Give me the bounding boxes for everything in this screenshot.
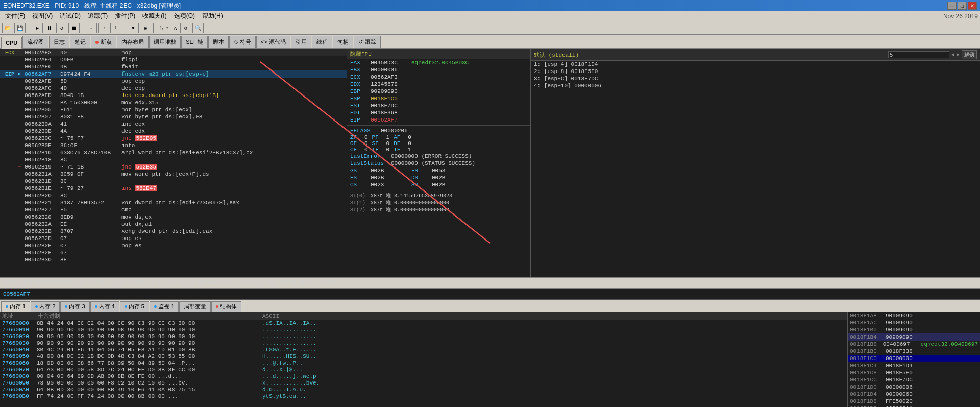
stack-row[interactable]: 0018F1B80040D697eqnedt32.0040D697 [848,341,980,348]
table-row[interactable]: 00562B288ED9mov ds,cx [0,213,347,221]
toolbar-stop[interactable]: ⏹ [68,23,80,33]
table-row[interactable]: 00562B0A41inc ecx [0,121,347,128]
table-row[interactable]: 7766003090 90 90 90 90 90 90 90 90 90 90… [0,340,847,347]
table-row[interactable]: 00562B00BA 15030000mov edx,315 [0,99,347,106]
table-row[interactable]: 00562B1A8C59 0Fmov word ptr ds:[ecx+F],d… [0,171,347,178]
stack-row[interactable]: 0018F1C40018F1D4 [848,362,980,369]
tab-source[interactable]: <> 源代码 [256,36,290,48]
table-row[interactable]: 00562B0E36:CEinto [0,142,347,149]
toolbar-bp[interactable]: ● [128,23,139,33]
table-row[interactable]: 00562B078031 F8xor byte ptr ds:[ecx],F8 [0,113,347,121]
tab-callstack[interactable]: 调用堆栈 [149,36,181,48]
table-row[interactable]: EIP►00562AF7D97424 F4fnstenv m28 ptr ss:… [0,70,347,78]
table-row[interactable]: 00562B213187 78093572xor dword ptr ds:[e… [0,199,347,206]
toolbar-save[interactable]: 💾 [14,23,26,33]
table-row[interactable]: 00562AFC4Ddec ebp [0,85,347,92]
toolbar-step-over[interactable]: → [98,23,109,33]
reg-value[interactable]: 00562AF7 [371,117,411,123]
table-row[interactable]: 00562B10638C76 378C710Barpl word ptr ds:… [0,149,347,156]
table-row[interactable]: 00562B1D8C [0,178,347,185]
btab-locals[interactable]: 局部变量 [179,301,211,312]
memory-pane[interactable]: 地址 十六进制 ASCII 776600008B 44 24 04 CC C2 … [0,312,847,407]
table-row[interactable]: 7766002090 90 90 90 90 90 90 90 90 90 90… [0,333,847,340]
menu-plugins[interactable]: 插件(P) [112,11,138,21]
table-row[interactable]: →00562B1E~ 79 27ins 562B47 [0,185,347,192]
table-row[interactable]: 776600A064 8B 0D 30 00 00 00 8B 49 10 F6… [0,387,847,393]
table-row[interactable]: 7766005048 00 84 DC 02 1B DC 0D 48 C3 84… [0,353,847,360]
table-row[interactable]: 00562B308E [0,256,347,264]
menu-trace[interactable]: 追踪(T) [85,11,111,21]
default-value-input[interactable] [888,51,949,58]
stack-row[interactable]: 0018F1D8FFE50020 [848,398,980,405]
table-row[interactable]: 776600008B 44 24 04 CC C2 04 00 CC 90 C3… [0,320,847,327]
table-row[interactable]: 00562B05F611not byte ptr ds:[ecx] [0,106,347,113]
stack-row[interactable]: 0018F1D000000006 [848,384,980,391]
toolbar-open[interactable]: 📂 [2,23,13,33]
tab-trace[interactable]: ↺ 跟踪 [354,36,381,48]
btab-watch[interactable]: 监视 1 [150,301,179,312]
minimize-button[interactable]: ─ [947,2,957,10]
btab-mem1[interactable]: 内存 1 [1,301,30,312]
unlock-button[interactable]: 解锁 [962,50,977,59]
table-row[interactable]: →00562B19~ 71 1Bjno 562B35 [0,163,347,171]
stack-row[interactable]: 0018F1DC002025A1 [848,405,980,407]
menu-options[interactable]: 选项(O) [171,11,198,21]
reg-value[interactable]: 00000006 [371,67,411,73]
reg-link[interactable]: eqnedt32.0045BD3C [411,60,469,66]
table-row[interactable]: 00562B2B8707xchg dword ptr ds:[edi],eax [0,228,347,235]
reg-value[interactable]: 00562AF3 [371,74,411,80]
btab-mem3[interactable]: 内存 3 [60,301,89,312]
reg-value[interactable]: 90909090 [371,88,411,94]
tab-seh[interactable]: SEH链 [181,36,208,48]
table-row[interactable]: 776600408B 4C 24 04 F6 41 04 06 74 05 E8… [0,347,847,353]
table-row[interactable]: 00562AFD8D4D 1Blea ecx,dword ptr ss:[ebp… [0,92,347,99]
nav-right-icon[interactable]: ► [957,52,960,58]
stack-row[interactable]: 0018F1B490909090 [848,333,980,341]
maximize-button[interactable]: □ [958,2,967,10]
toolbar-step-into[interactable]: ↓ [86,23,97,33]
table-row[interactable]: 7766008000 04 00 64 89 0D AB 00 8B 8E FE… [0,373,847,380]
close-button[interactable]: ✕ [968,2,977,10]
nav-left-icon[interactable]: ◄ [951,52,954,58]
toolbar-pause[interactable]: ⏸ [44,23,55,33]
menu-help[interactable]: 帮助(H) [199,11,226,21]
menu-view[interactable]: 视图(V) [29,11,56,21]
tab-handles[interactable]: 句柄 [333,36,353,48]
menu-file[interactable]: 文件(F) [2,11,28,21]
toolbar-step-out[interactable]: ↑ [110,23,121,33]
table-row[interactable]: 00562B208C [0,192,347,199]
reg-value[interactable]: 12345678 [371,81,411,87]
table-row[interactable]: 7766006018 0D 00 00 08 66 77 88 09 50 04… [0,360,847,367]
table-row[interactable]: ECX00562AF390nop [0,49,347,56]
table-row[interactable]: 7766009078 90 00 00 00 00 00 F8 C2 10 C2… [0,380,847,387]
tab-notes[interactable]: 笔记 [70,36,90,48]
table-row[interactable]: 7766007064 A3 00 00 00 58 8D 7C 24 0C FF… [0,367,847,373]
toolbar-mem-bp[interactable]: ◉ [140,23,151,33]
table-row[interactable]: 00562AFB5Dpop ebp [0,78,347,85]
table-row[interactable]: 00562B27F5cmc [0,206,347,213]
tab-flowgraph[interactable]: 流程图 [22,36,48,48]
table-row[interactable]: →00562B0C~ 75 F7jne 562B05 [0,135,347,142]
toolbar-run[interactable]: ▶ [32,23,43,33]
stack-row[interactable]: 0018F1C000000000 [848,355,980,362]
disassembly-pane[interactable]: ECX00562AF390nop00562AF4D9EBfldpi00562AF… [0,49,347,277]
tab-threads[interactable]: 线程 [312,36,332,48]
btab-mem4[interactable]: 内存 4 [90,301,119,312]
menu-favorites[interactable]: 收藏夹(I) [139,11,169,21]
reg-value[interactable]: 0018F368 [371,110,411,116]
table-row[interactable]: 00562B2D07pop es [0,235,347,242]
reg-value[interactable]: 0045BD3C [371,60,411,66]
reg-value[interactable]: 0018F7DC [371,103,411,109]
stack-row[interactable]: 0018F1D400000060 [848,391,980,398]
table-row[interactable]: 00562B188C [0,156,347,163]
reg-value[interactable]: 0018F1C0 [371,95,411,102]
toolbar-extra1[interactable]: ⚙ [180,23,191,33]
tab-log[interactable]: 日志 [49,36,69,48]
stack-row[interactable]: 0018F1C80018F5E0 [848,369,980,376]
btab-mem5[interactable]: 内存 5 [120,301,149,312]
table-row[interactable]: 00562B2AEEout dx,al [0,221,347,228]
btab-mem2[interactable]: 内存 2 [31,301,60,312]
stack-row[interactable]: 0018F1B090909090 [848,326,980,333]
tab-breakpoints[interactable]: 断点 [91,36,116,48]
tab-symbols[interactable]: ◇ 符号 [229,36,256,48]
